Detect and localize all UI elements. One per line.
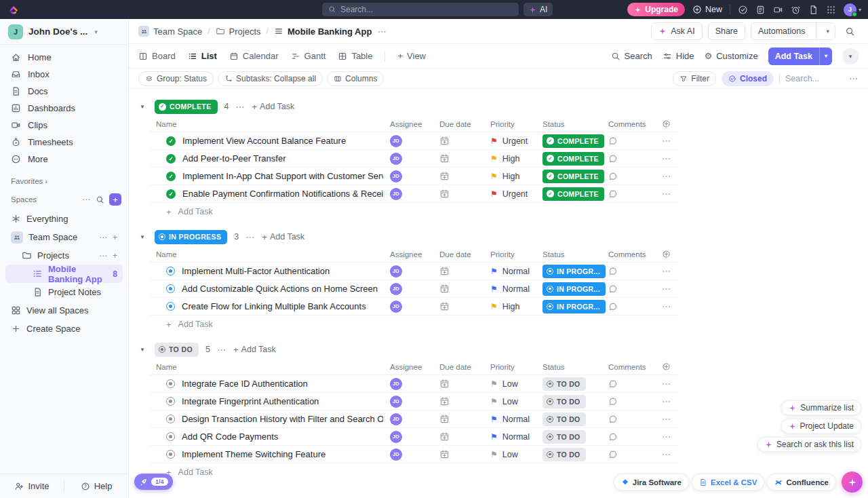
column-header-priority[interactable]: Priority <box>484 120 536 128</box>
status-badge[interactable]: ✓COMPLETE <box>542 187 604 201</box>
task-status-icon[interactable] <box>166 379 175 388</box>
status-cell[interactable]: ✓COMPLETE <box>536 170 601 183</box>
assignee-cell[interactable]: JD <box>383 431 433 443</box>
status-badge[interactable]: TO DO <box>542 430 586 444</box>
column-header-name[interactable]: Name <box>149 363 383 371</box>
task-menu-button[interactable]: ⋯ <box>655 266 678 276</box>
folder-menu-button[interactable]: ⋯ <box>99 251 107 261</box>
sidebar-item-projects-folder[interactable]: Projects ⋯+ <box>5 246 123 265</box>
spaces-search-icon[interactable] <box>96 195 104 204</box>
assignee-cell[interactable]: JD <box>383 283 433 295</box>
task-row[interactable]: Design Transaction History with Filter a… <box>149 410 678 428</box>
new-button[interactable]: New <box>692 5 722 14</box>
tab-list[interactable]: List <box>188 51 217 61</box>
status-cell[interactable]: ✓COMPLETE <box>536 152 601 166</box>
task-menu-button[interactable]: ⋯ <box>655 284 678 294</box>
sidebar-item-home[interactable]: Home <box>5 49 123 66</box>
status-badge[interactable]: ✓COMPLETE <box>542 170 604 183</box>
task-status-icon[interactable] <box>166 450 175 459</box>
task-menu-button[interactable]: ⋯ <box>655 171 678 181</box>
task-name-cell[interactable]: ✓ Add Peer-to-Peer Transfer <box>149 153 383 164</box>
due-date-cell[interactable] <box>433 153 484 164</box>
todo-check-icon[interactable] <box>738 5 748 15</box>
status-cell[interactable]: TO DO <box>536 377 601 391</box>
column-header-comments[interactable]: Comments <box>601 250 655 258</box>
task-name-cell[interactable]: ✓ Enable Payment Confirmation Notificati… <box>149 189 383 199</box>
status-badge[interactable]: IN PROGR... <box>542 265 606 278</box>
task-menu-button[interactable]: ⋯ <box>655 396 678 406</box>
add-column-button[interactable] <box>655 119 678 128</box>
share-button[interactable]: Share <box>708 22 745 40</box>
task-row[interactable]: ✓ Implement In-App Chat Support with Cus… <box>149 168 678 185</box>
task-name-cell[interactable]: Implement Multi-Factor Authentication <box>149 266 383 276</box>
priority-cell[interactable]: ⚑ Low <box>484 379 536 389</box>
task-menu-button[interactable]: ⋯ <box>655 414 678 424</box>
task-name-cell[interactable]: Implement Theme Switching Feature <box>149 449 383 459</box>
due-date-cell[interactable] <box>433 136 484 146</box>
column-header-status[interactable]: Status <box>536 120 601 128</box>
task-name-cell[interactable]: Design Transaction History with Filter a… <box>149 414 383 424</box>
task-row[interactable]: ✓ Implement View Account Balance Feature… <box>149 132 678 150</box>
user-menu[interactable]: J ▾ <box>844 3 861 16</box>
comments-cell[interactable] <box>601 397 655 406</box>
group-collapse-caret[interactable]: ▼ <box>140 234 148 240</box>
ai-assistant-fab[interactable] <box>842 472 863 493</box>
add-column-button[interactable] <box>655 250 678 258</box>
task-row[interactable]: Integrate Fingerprint Authentication JD … <box>149 393 678 410</box>
task-status-icon[interactable] <box>166 397 175 406</box>
add-task-row[interactable]: +Add Task <box>149 203 868 221</box>
assignee-cell[interactable]: JD <box>383 396 433 408</box>
doc-page-icon[interactable] <box>808 5 818 15</box>
status-cell[interactable]: ✓COMPLETE <box>536 134 601 148</box>
assignee-cell[interactable]: JD <box>383 188 433 200</box>
due-date-cell[interactable] <box>433 449 484 459</box>
status-cell[interactable]: ✓COMPLETE <box>536 187 601 201</box>
sidebar-item-inbox[interactable]: Inbox <box>5 66 123 83</box>
task-row[interactable]: Add Customizable Quick Actions on Home S… <box>149 280 678 298</box>
apps-grid-icon[interactable] <box>826 5 836 15</box>
group-add-task-button[interactable]: +Add Task <box>262 232 304 242</box>
priority-cell[interactable]: ⚑ Low <box>484 450 536 459</box>
sidebar-item-create-space[interactable]: Create Space <box>5 320 123 338</box>
comments-cell[interactable] <box>601 450 655 459</box>
due-date-cell[interactable] <box>433 171 484 181</box>
task-name-cell[interactable]: ✓ Implement View Account Balance Feature <box>149 136 383 146</box>
column-header-status[interactable]: Status <box>536 363 601 371</box>
global-search-input[interactable]: Search... <box>322 3 519 16</box>
comments-cell[interactable] <box>601 136 655 146</box>
breadcrumb-list[interactable]: Mobile Banking App <box>274 26 372 37</box>
status-cell[interactable]: TO DO <box>536 430 601 444</box>
help-button[interactable]: ? Help <box>64 474 128 498</box>
priority-cell[interactable]: ⚑ High <box>484 172 536 181</box>
priority-cell[interactable]: ⚑ Normal <box>484 267 536 276</box>
filter-button[interactable]: Filter <box>673 71 716 86</box>
task-row[interactable]: Add QR Code Payments JD ⚑ Normal TO DO ⋯ <box>149 428 678 446</box>
group-status-pill[interactable]: IN PROGRESS <box>155 230 227 244</box>
group-menu-button[interactable]: ⋯ <box>236 102 245 112</box>
ask-ai-button[interactable]: Ask AI <box>651 22 702 40</box>
due-date-cell[interactable] <box>433 396 484 406</box>
reminder-alarm-icon[interactable] <box>791 5 801 15</box>
task-menu-button[interactable]: ⋯ <box>655 449 678 459</box>
comments-cell[interactable] <box>601 415 655 424</box>
task-menu-button[interactable]: ⋯ <box>655 136 678 146</box>
assignee-cell[interactable]: JD <box>383 135 433 147</box>
comments-cell[interactable] <box>601 302 655 311</box>
toolbar-menu-button[interactable]: ⋯ <box>849 73 859 83</box>
column-header-priority[interactable]: Priority <box>484 363 536 371</box>
header-search-button[interactable] <box>841 22 859 40</box>
sidebar-item-project-notes[interactable]: Project Notes <box>5 283 123 301</box>
status-cell[interactable]: IN PROGR... <box>536 300 601 313</box>
task-row[interactable]: ✓ Enable Payment Confirmation Notificati… <box>149 185 678 203</box>
due-date-cell[interactable] <box>433 432 484 442</box>
add-task-button[interactable]: Add Task ▾ <box>768 47 832 65</box>
task-status-icon[interactable]: ✓ <box>166 189 176 199</box>
due-date-cell[interactable] <box>433 189 484 199</box>
group-status-pill[interactable]: TO DO <box>155 343 199 357</box>
customize-button[interactable]: ⚙ Customize <box>705 51 758 61</box>
due-date-cell[interactable] <box>433 379 484 389</box>
column-header-assignee[interactable]: Assignee <box>383 250 433 258</box>
folder-add-button[interactable]: + <box>113 251 117 261</box>
collapse-toolbar-button[interactable]: ▾ <box>842 48 859 64</box>
assignee-cell[interactable]: JD <box>383 378 433 390</box>
